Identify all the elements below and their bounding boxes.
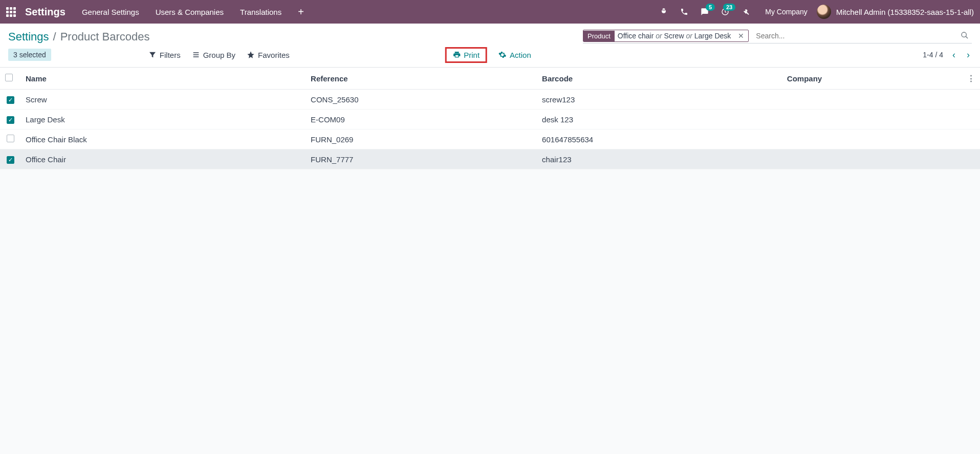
- select-all-checkbox[interactable]: [5, 74, 13, 81]
- control-panel: Settings / Product Barcodes Product Offi…: [0, 24, 980, 68]
- col-company[interactable]: Company: [782, 68, 962, 90]
- company-switcher[interactable]: My Company: [765, 8, 807, 16]
- cell-barcode: desk 123: [537, 110, 782, 129]
- breadcrumb: Settings / Product Barcodes: [8, 30, 150, 44]
- cell-reference: FURN_7777: [306, 149, 537, 169]
- group-by-button[interactable]: Group By: [192, 51, 235, 59]
- svg-point-1: [962, 32, 966, 37]
- list-icon: [192, 51, 200, 59]
- col-barcode[interactable]: Barcode: [537, 68, 782, 90]
- table-row[interactable]: Office Chair BlackFURN_0269601647855634: [0, 129, 980, 149]
- discuss-badge: 5: [706, 4, 715, 11]
- print-icon: [452, 51, 461, 59]
- user-menu[interactable]: Mitchell Admin (15338352-saas-15-1-all): [836, 8, 974, 16]
- row-checkbox[interactable]: [7, 156, 14, 164]
- breadcrumb-root[interactable]: Settings: [8, 30, 49, 44]
- nav-users-companies[interactable]: Users & Companies: [156, 8, 224, 16]
- table-row[interactable]: Large DeskE-COM09desk 123: [0, 110, 980, 129]
- print-button[interactable]: Print: [445, 47, 487, 63]
- selection-count: 3 selected: [8, 49, 51, 61]
- gear-icon: [498, 51, 507, 59]
- search-facet-product: Product Office chair or Screw or Large D…: [583, 30, 749, 42]
- table-row[interactable]: ScrewCONS_25630screw123: [0, 90, 980, 110]
- col-reference[interactable]: Reference: [306, 68, 537, 90]
- cell-name: Large Desk: [20, 110, 306, 129]
- activities-badge: 23: [723, 4, 735, 11]
- pager-next-icon[interactable]: ›: [965, 50, 972, 60]
- pager: 1-4 / 4 ‹ ›: [923, 50, 972, 60]
- avatar[interactable]: [817, 5, 831, 19]
- app-title[interactable]: Settings: [25, 6, 66, 18]
- search-bar: Product Office chair or Screw or Large D…: [583, 30, 972, 44]
- cell-barcode: screw123: [537, 90, 782, 110]
- discuss-icon[interactable]: 5: [701, 8, 709, 16]
- debug-icon[interactable]: [660, 8, 668, 16]
- cell-barcode: 601647855634: [537, 129, 782, 149]
- add-menu-icon[interactable]: +: [298, 6, 304, 18]
- phone-icon[interactable]: [680, 8, 688, 16]
- facet-label: Product: [583, 31, 615, 41]
- cell-name: Screw: [20, 90, 306, 110]
- action-button[interactable]: Action: [494, 47, 535, 63]
- apps-icon[interactable]: [6, 7, 16, 17]
- tools-icon[interactable]: [742, 8, 750, 16]
- row-checkbox[interactable]: [7, 96, 14, 104]
- cell-company: [782, 129, 962, 149]
- table-row[interactable]: Office ChairFURN_7777chair123: [0, 149, 980, 169]
- column-options-icon[interactable]: ⋮: [962, 68, 980, 90]
- breadcrumb-current: Product Barcodes: [60, 30, 150, 44]
- breadcrumb-separator: /: [53, 30, 56, 44]
- product-barcodes-table: Name Reference Barcode Company ⋮ ScrewCO…: [0, 68, 980, 169]
- star-icon: [247, 51, 255, 59]
- cell-reference: E-COM09: [306, 110, 537, 129]
- cell-barcode: chair123: [537, 149, 782, 169]
- cell-reference: FURN_0269: [306, 129, 537, 149]
- cell-name: Office Chair: [20, 149, 306, 169]
- filters-button[interactable]: Filters: [148, 51, 181, 59]
- cell-company: [782, 90, 962, 110]
- favorites-button[interactable]: Favorites: [247, 51, 290, 59]
- nav-translations[interactable]: Translations: [240, 8, 281, 16]
- pager-prev-icon[interactable]: ‹: [950, 50, 957, 60]
- facet-values: Office chair or Screw or Large Desk: [615, 30, 734, 41]
- cell-company: [782, 110, 962, 129]
- facet-remove-icon[interactable]: ✕: [734, 32, 748, 40]
- nav-general-settings[interactable]: General Settings: [82, 8, 139, 16]
- row-checkbox[interactable]: [7, 135, 14, 142]
- topbar: Settings General Settings Users & Compan…: [0, 0, 980, 24]
- search-icon[interactable]: [957, 31, 972, 41]
- cell-reference: CONS_25630: [306, 90, 537, 110]
- row-checkbox[interactable]: [7, 116, 14, 124]
- filter-icon: [148, 51, 157, 59]
- cell-company: [782, 149, 962, 169]
- col-name[interactable]: Name: [20, 68, 306, 90]
- cell-name: Office Chair Black: [20, 129, 306, 149]
- search-input[interactable]: [753, 30, 957, 42]
- pager-text: 1-4 / 4: [923, 51, 943, 59]
- activities-icon[interactable]: 23: [721, 8, 729, 16]
